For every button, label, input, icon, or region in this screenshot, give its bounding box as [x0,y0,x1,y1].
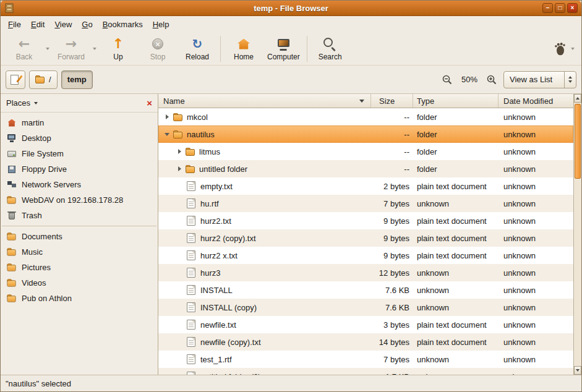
zoom-out-icon [442,74,453,85]
current-path-button[interactable]: temp [61,70,93,89]
cell-name: mkcol [158,108,371,126]
zoom-out-button[interactable] [439,72,455,88]
places-sidebar: Places × martinDesktopFile SystemFloppy … [1,94,158,375]
menu-bookmarks[interactable]: Bookmarks [98,18,148,31]
file-name: nautilus [187,130,215,139]
menu-go[interactable]: Go [77,18,97,31]
titlebar[interactable]: temp - File Browser – □ × [1,1,581,16]
sidebar-item-trash[interactable]: Trash [1,208,158,223]
maximize-button[interactable]: □ [555,3,565,13]
sidebar-item-music[interactable]: Music [1,244,158,260]
sidebar-close-icon[interactable]: × [147,98,152,108]
menu-help[interactable]: Help [148,18,174,31]
row-indent [158,221,174,221]
expander-icon[interactable] [162,129,172,139]
file-date: unknown [499,130,573,139]
reload-label: Reload [186,53,209,61]
file-size: 7 bytes [371,199,413,208]
expander-icon[interactable] [162,112,172,122]
column-header-type[interactable]: Type [413,94,499,108]
file-date: unknown [499,268,573,278]
file-row[interactable]: test_1.rtf7 bytesunknownunknown [158,351,573,368]
toolbar-overflow-arrow[interactable] [569,35,576,63]
column-header-name[interactable]: Name [158,94,371,108]
scroll-down-button[interactable] [574,366,581,375]
file-name: hurz2 x.txt [200,251,238,260]
expander-spacer [174,268,184,278]
sidebar-item-pictures[interactable]: Pictures [1,260,158,275]
file-row[interactable]: untitled folder (2)1.7 KBunknownunknown [158,368,573,375]
file-name: hu.rtf [200,199,219,208]
sidebar-item-floppy-drive[interactable]: Floppy Drive [1,161,158,177]
list-header: NameSizeTypeDate Modified [158,94,573,108]
file-row[interactable]: litmus--folderunknown [158,143,573,160]
sidebar-item-videos[interactable]: Videos [1,275,158,291]
sidebar-item-documents[interactable]: Documents [1,229,158,244]
home-icon [236,36,252,52]
minimize-button[interactable]: – [542,3,553,13]
root-path-button[interactable]: / [29,70,58,89]
file-row[interactable]: hurz2 (copy).txt9 bytesplain text docume… [158,229,573,247]
file-row[interactable]: INSTALL7.6 KBunknownunknown [158,281,573,299]
sidebar-item-network-servers[interactable]: Network Servers [1,177,158,192]
sidebar-item-martin[interactable]: martin [1,115,158,130]
folder-icon [35,75,45,83]
view-mode-select[interactable]: View as List [503,71,576,88]
sidebar-item-desktop[interactable]: Desktop [1,130,158,146]
cell-name: empty.txt [158,177,371,195]
sidebar-separator [2,226,156,226]
file-row[interactable]: untitled folder--folderunknown [158,160,573,177]
file-type: plain text document [413,320,499,330]
stop-icon [150,36,166,52]
file-row[interactable]: hurz2.txt9 bytesplain text documentunkno… [158,212,573,229]
cell-name: INSTALL (copy) [158,299,371,316]
file-row[interactable]: mkcol--folderunknown [158,108,573,126]
file-name: untitled folder [199,164,247,174]
expander-icon[interactable] [174,147,184,156]
menu-view[interactable]: View [49,18,77,31]
spinner-up-icon [568,76,572,79]
sidebar-item-webdav-on-192-168-178-28[interactable]: WebDAV on 192.168.178.28 [1,192,158,208]
sidebar-item-file-system[interactable]: File System [1,146,158,161]
drive-icon [7,149,17,159]
file-name: mkcol [187,113,208,122]
column-header-label: Size [379,96,395,106]
up-button[interactable]: Up [98,34,138,63]
desktop-icon [7,134,17,143]
home-button[interactable]: Home [224,34,263,63]
location-edit-toggle-button[interactable] [6,70,25,89]
file-icon [187,337,195,347]
file-browser-window: temp - File Browser – □ × FileEditViewGo… [0,0,582,392]
file-name: INSTALL [200,286,233,295]
scroll-up-button[interactable] [574,94,581,103]
file-list-pane: NameSizeTypeDate Modified mkcol--folderu… [158,94,581,375]
file-row[interactable]: INSTALL (copy)7.6 KBunknownunknown [158,299,573,316]
expander-icon[interactable] [174,164,184,174]
menu-file[interactable]: File [3,18,26,31]
file-row[interactable]: hu.rtf7 bytesunknownunknown [158,195,573,212]
reload-button[interactable]: Reload [178,34,217,63]
sidebar-item-label: WebDAV on 192.168.178.28 [22,195,123,205]
zoom-in-button[interactable] [484,72,500,88]
file-row[interactable]: hurz312 bytesunknownunknown [158,264,573,281]
file-row[interactable]: empty.txt2 bytesplain text documentunkno… [158,177,573,195]
close-button[interactable]: × [567,3,578,13]
menu-edit[interactable]: Edit [26,18,49,31]
file-row[interactable]: hurz2 x.txt9 bytesplain text documentunk… [158,247,573,264]
column-header-size[interactable]: Size [371,94,413,108]
file-row[interactable]: newfile (copy).txt14 bytesplain text doc… [158,333,573,351]
file-row[interactable]: newfile.txt3 bytesplain text documentunk… [158,316,573,333]
column-header-date-modified[interactable]: Date Modified [499,94,573,108]
scrollbar-thumb[interactable] [575,104,581,179]
edit-location-icon [11,74,21,85]
search-button[interactable]: Search [310,34,350,63]
trash-icon [7,211,17,221]
folder-icon [186,165,195,173]
places-header[interactable]: Places × [1,94,158,113]
file-size: 9 bytes [371,251,413,260]
file-type: folder [413,164,499,174]
vertical-scrollbar[interactable] [573,94,581,375]
sidebar-item-pub-on-athlon[interactable]: Pub on Athlon [1,291,158,306]
computer-button[interactable]: Computer [263,34,304,63]
file-row[interactable]: nautilus--folderunknown [158,126,573,143]
